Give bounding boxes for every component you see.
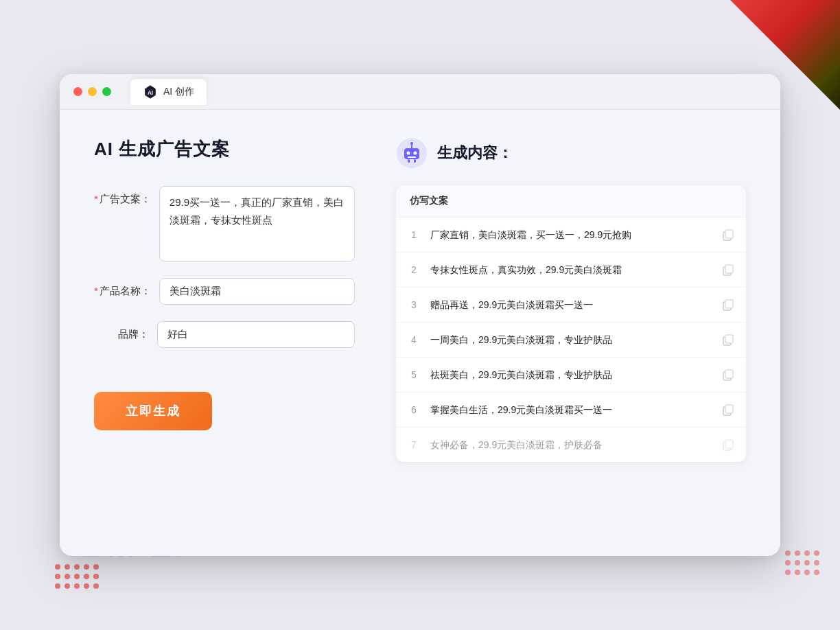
browser-window: AI AI 创作 AI 生成广告文案 *广告文案： 29.9买一送一，真正的厂家…	[60, 74, 780, 556]
row-text: 赠品再送，29.9元美白淡斑霜买一送一	[430, 298, 710, 312]
svg-rect-8	[408, 156, 416, 158]
svg-rect-14	[725, 265, 733, 273]
svg-point-5	[414, 152, 417, 155]
minimize-button[interactable]	[88, 87, 97, 96]
result-header: 生成内容：	[396, 137, 746, 169]
row-text: 掌握美白生活，29.9元美白淡斑霜买一送一	[430, 403, 710, 417]
row-text: 专抹女性斑点，真实功效，29.9元美白淡斑霜	[430, 263, 710, 277]
brand-input[interactable]	[157, 321, 355, 348]
svg-rect-24	[725, 440, 733, 448]
svg-rect-20	[725, 370, 733, 378]
table-row: 5 祛斑美白，29.9元美白淡斑霜，专业护肤品	[396, 358, 746, 393]
traffic-lights	[73, 87, 111, 96]
close-button[interactable]	[73, 87, 82, 96]
dots-decoration-bl	[55, 564, 99, 589]
brand-group: 品牌：	[94, 321, 355, 348]
maximize-button[interactable]	[102, 87, 111, 96]
svg-rect-9	[408, 159, 410, 163]
copy-icon[interactable]	[720, 402, 735, 417]
copy-icon[interactable]	[720, 332, 735, 347]
copy-icon[interactable]	[720, 367, 735, 382]
row-number: 3	[407, 299, 421, 310]
svg-text:AI: AI	[148, 89, 153, 95]
table-row: 4 一周美白，29.9元美白淡斑霜，专业护肤品	[396, 323, 746, 358]
ad-copy-label: *广告文案：	[94, 186, 151, 206]
svg-rect-10	[414, 159, 416, 163]
ai-tab[interactable]: AI AI 创作	[130, 79, 207, 105]
brand-label: 品牌：	[94, 321, 149, 341]
copy-icon[interactable]	[720, 297, 735, 312]
row-number: 4	[407, 334, 421, 345]
table-row: 7 女神必备，29.9元美白淡斑霜，护肤必备	[396, 428, 746, 462]
table-row: 6 掌握美白生活，29.9元美白淡斑霜买一送一	[396, 393, 746, 428]
ai-tab-icon: AI	[143, 84, 158, 100]
tab-label: AI 创作	[163, 86, 194, 98]
row-text: 一周美白，29.9元美白淡斑霜，专业护肤品	[430, 333, 710, 347]
result-table: 仿写文案 1 厂家直销，美白淡斑霜，买一送一，29.9元抢购 2 专抹女性斑点，…	[396, 185, 746, 462]
product-name-input[interactable]	[159, 278, 355, 305]
row-number: 5	[407, 369, 421, 380]
table-row: 1 厂家直销，美白淡斑霜，买一送一，29.9元抢购	[396, 218, 746, 253]
row-text: 女神必备，29.9元美白淡斑霜，护肤必备	[430, 438, 710, 452]
product-name-group: *产品名称：	[94, 278, 355, 305]
product-name-required: *	[94, 285, 98, 296]
row-number: 6	[407, 404, 421, 415]
svg-point-7	[410, 142, 413, 145]
row-number: 1	[407, 229, 421, 240]
svg-point-4	[407, 152, 410, 155]
ad-copy-group: *广告文案： 29.9买一送一，真正的厂家直销，美白淡斑霜，专抹女性斑点	[94, 186, 355, 261]
copy-icon[interactable]	[720, 227, 735, 242]
row-text: 厂家直销，美白淡斑霜，买一送一，29.9元抢购	[430, 228, 710, 242]
table-header: 仿写文案	[396, 185, 746, 218]
title-bar: AI AI 创作	[60, 74, 780, 110]
product-name-label: *产品名称：	[94, 278, 151, 298]
ad-copy-input[interactable]: 29.9买一送一，真正的厂家直销，美白淡斑霜，专抹女性斑点	[159, 186, 355, 261]
dots-decoration-br	[785, 550, 819, 575]
svg-rect-22	[725, 405, 733, 413]
left-panel: AI 生成广告文案 *广告文案： 29.9买一送一，真正的厂家直销，美白淡斑霜，…	[94, 137, 355, 528]
generate-button[interactable]: 立即生成	[94, 392, 212, 430]
copy-icon[interactable]	[720, 437, 735, 452]
row-number: 2	[407, 264, 421, 275]
svg-rect-18	[725, 335, 733, 343]
row-text: 祛斑美白，29.9元美白淡斑霜，专业护肤品	[430, 368, 710, 382]
robot-icon	[396, 137, 428, 169]
result-title: 生成内容：	[437, 143, 513, 163]
svg-rect-12	[725, 230, 733, 238]
right-panel: 生成内容： 仿写文案 1 厂家直销，美白淡斑霜，买一送一，29.9元抢购 2 专…	[396, 137, 746, 528]
row-number: 7	[407, 439, 421, 450]
page-title: AI 生成广告文案	[94, 137, 355, 161]
ad-copy-required: *	[94, 193, 98, 205]
svg-rect-16	[725, 300, 733, 308]
table-row: 3 赠品再送，29.9元美白淡斑霜买一送一	[396, 288, 746, 323]
table-row: 2 专抹女性斑点，真实功效，29.9元美白淡斑霜	[396, 253, 746, 288]
copy-icon[interactable]	[720, 262, 735, 277]
content-area: AI 生成广告文案 *广告文案： 29.9买一送一，真正的厂家直销，美白淡斑霜，…	[60, 110, 780, 556]
